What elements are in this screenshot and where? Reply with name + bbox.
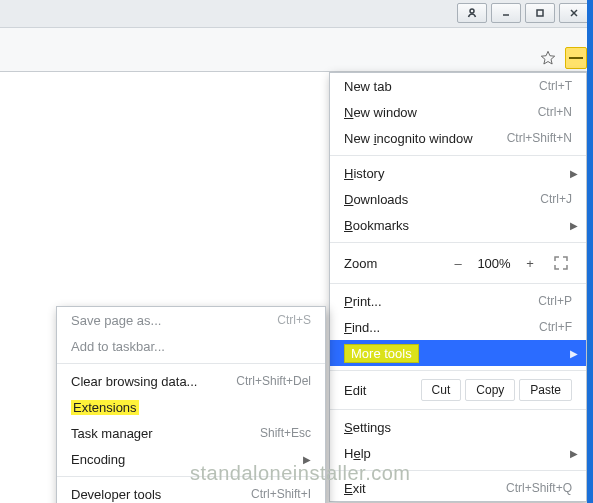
menu-find[interactable]: Find...Ctrl+F: [330, 314, 586, 340]
menu-downloads[interactable]: DownloadsCtrl+J: [330, 186, 586, 212]
cut-button[interactable]: Cut: [421, 379, 462, 401]
paste-button[interactable]: Paste: [519, 379, 572, 401]
bookmark-star-icon[interactable]: [537, 47, 559, 69]
chevron-right-icon: ▶: [570, 168, 578, 179]
close-button[interactable]: [559, 3, 589, 23]
edit-label: Edit: [344, 383, 417, 398]
menu-button[interactable]: [565, 47, 587, 69]
submenu-save-page[interactable]: Save page as...Ctrl+S: [57, 307, 325, 333]
zoom-label: Zoom: [344, 256, 444, 271]
zoom-value: 100%: [472, 256, 516, 271]
submenu-add-taskbar[interactable]: Add to taskbar...: [57, 333, 325, 359]
menu-new-tab[interactable]: New tabCtrl+T: [330, 73, 586, 99]
fullscreen-icon[interactable]: [550, 254, 572, 272]
minimize-button[interactable]: [491, 3, 521, 23]
chevron-right-icon: ▶: [570, 448, 578, 459]
zoom-in-button[interactable]: +: [516, 256, 544, 271]
toolbar: [0, 44, 593, 72]
watermark: standaloneinstaller.com: [190, 462, 411, 485]
chevron-right-icon: ▶: [570, 348, 578, 359]
menu-incognito[interactable]: New incognito windowCtrl+Shift+N: [330, 125, 586, 151]
submenu-extensions[interactable]: Extensions: [57, 394, 325, 420]
menu-more-tools[interactable]: More tools▶: [330, 340, 586, 366]
menu-settings[interactable]: Settings: [330, 414, 586, 440]
user-icon[interactable]: [457, 3, 487, 23]
menu-edit: Edit Cut Copy Paste: [330, 375, 586, 405]
svg-rect-2: [537, 10, 543, 16]
submenu-clear-data[interactable]: Clear browsing data...Ctrl+Shift+Del: [57, 368, 325, 394]
zoom-out-button[interactable]: –: [444, 256, 472, 271]
menu-zoom: Zoom – 100% +: [330, 247, 586, 279]
svg-point-0: [470, 9, 474, 13]
menu-new-window[interactable]: New windowCtrl+N: [330, 99, 586, 125]
menu-history[interactable]: History▶: [330, 160, 586, 186]
copy-button[interactable]: Copy: [465, 379, 515, 401]
svg-marker-5: [541, 51, 554, 64]
maximize-button[interactable]: [525, 3, 555, 23]
window-titlebar: [0, 0, 593, 28]
chrome-menu: New tabCtrl+T New windowCtrl+N New incog…: [329, 72, 587, 502]
window-border: [587, 0, 593, 503]
chevron-right-icon: ▶: [570, 220, 578, 231]
submenu-task-manager[interactable]: Task managerShift+Esc: [57, 420, 325, 446]
menu-bookmarks[interactable]: Bookmarks▶: [330, 212, 586, 238]
menu-print[interactable]: Print...Ctrl+P: [330, 288, 586, 314]
